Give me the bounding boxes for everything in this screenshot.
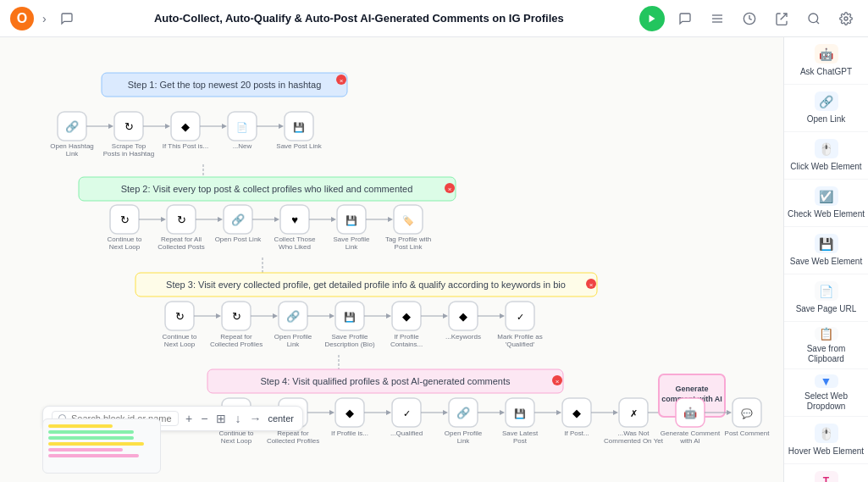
svg-marker-69 (388, 217, 393, 222)
svg-text:Save Latest: Save Latest (502, 429, 539, 437)
minus-button[interactable]: − (199, 410, 209, 427)
preview-line-3 (48, 436, 134, 440)
sidebar-label-check-web: Check Web Element (788, 209, 865, 219)
svg-text:Open Post Link: Open Post Link (215, 235, 263, 243)
svg-text:◆: ◆ (459, 310, 467, 323)
svg-marker-25 (222, 124, 227, 129)
svg-text:Collected Profiles: Collected Profiles (267, 437, 319, 445)
table-icon-button[interactable]: ⊞ (214, 410, 228, 427)
svg-marker-20 (165, 124, 170, 129)
svg-marker-144 (443, 410, 448, 415)
search-button[interactable] (802, 7, 826, 30)
svg-text:🏷️: 🏷️ (402, 214, 414, 226)
svg-text:Generate: Generate (675, 385, 708, 393)
sidebar-label-save-page-url: Save Page URL (796, 304, 857, 314)
svg-text:...New: ...New (233, 142, 252, 150)
svg-text:Step 3: Visit every collected : Step 3: Visit every collected profile, g… (166, 280, 566, 290)
chat-icon-button[interactable] (55, 7, 79, 30)
svg-text:Post Comment: Post Comment (725, 429, 771, 437)
list-button[interactable] (705, 7, 729, 30)
svg-text:Step 2: Visit every top post &: Step 2: Visit every top post & collect p… (121, 184, 413, 194)
svg-text:🔗: 🔗 (231, 213, 246, 227)
svg-text:Next Loop: Next Loop (221, 437, 252, 445)
move-down-button[interactable]: ↓ (233, 410, 242, 427)
sidebar-label-save-clipboard: Save from Clipboard (788, 344, 865, 364)
sidebar-item-ask-chatgpt[interactable]: 🤖 Ask ChatGPT (784, 37, 868, 85)
svg-text:💬: 💬 (741, 407, 753, 419)
svg-text:Collected Profiles: Collected Profiles (210, 341, 263, 348)
svg-text:Description (Bio): Description (Bio) (324, 341, 374, 348)
svg-text:Contains...: Contains... (390, 341, 423, 348)
sidebar-item-save-web[interactable]: 💾 Save Web Element (784, 227, 868, 274)
comments-button[interactable] (673, 7, 697, 30)
svg-text:Scrape Top: Scrape Top (112, 142, 147, 150)
collapse-button[interactable]: › (39, 10, 50, 27)
svg-text:Save Profile: Save Profile (333, 235, 370, 243)
svg-marker-14 (108, 124, 113, 129)
svg-text:💾: 💾 (293, 121, 305, 133)
main-content: Step 1: Get the top newest 20 posts in h… (0, 37, 868, 482)
sidebar-item-click-web[interactable]: 🖱️ Click Web Element (784, 132, 868, 180)
sidebar-item-save-clipboard[interactable]: 📋 Save from Clipboard (784, 322, 868, 369)
settings-button[interactable] (834, 7, 858, 30)
preview-content (43, 419, 160, 465)
sidebar-item-hover-web[interactable]: 🖱️ Hover Web Element (784, 417, 868, 464)
save-web-icon: 💾 (815, 234, 838, 253)
svg-text:💾: 💾 (346, 214, 357, 226)
hover-web-icon: 🖱️ (815, 424, 838, 443)
chatgpt-icon: 🤖 (815, 44, 838, 64)
svg-marker-150 (500, 410, 505, 415)
svg-text:↻: ↻ (177, 213, 186, 226)
add-button[interactable]: + (184, 410, 194, 427)
save-clipboard-icon: 📋 (815, 327, 838, 341)
sidebar-item-save-page-url[interactable]: 📄 Save Page URL (784, 274, 868, 322)
svg-text:Mark Profile as: Mark Profile as (497, 333, 542, 341)
svg-text:Who Liked: Who Liked (279, 243, 311, 251)
history-button[interactable] (738, 7, 761, 30)
svg-text:↻: ↻ (124, 120, 134, 133)
svg-text:Commented On Yet: Commented On Yet (604, 437, 664, 445)
svg-text:...Was Not: ...Was Not (617, 429, 650, 437)
sidebar-label-open-link: Open Link (807, 114, 846, 125)
topbar-actions (639, 6, 858, 31)
svg-text:Repeat for All: Repeat for All (161, 235, 202, 243)
svg-marker-161 (613, 410, 618, 415)
svg-text:✓: ✓ (517, 312, 524, 322)
sidebar-item-check-web[interactable]: ☑️ Check Web Element (784, 180, 868, 227)
svg-text:If Post...: If Post... (564, 429, 589, 437)
svg-text:Open Profile: Open Profile (274, 333, 312, 341)
sidebar-label-hover-web: Hover Web Element (788, 446, 864, 457)
svg-text:If Profile: If Profile (394, 333, 419, 341)
share-button[interactable] (770, 7, 793, 30)
svg-marker-90 (273, 313, 278, 319)
svg-marker-139 (386, 410, 391, 415)
svg-text:×: × (589, 281, 594, 289)
svg-text:Post Link: Post Link (395, 243, 423, 251)
svg-text:Open Profile: Open Profile (445, 429, 483, 437)
svg-text:💾: 💾 (344, 311, 356, 323)
svg-text:If Profile is...: If Profile is... (331, 429, 368, 437)
svg-text:Save Post Link: Save Post Link (276, 142, 322, 150)
sidebar-item-select-web[interactable]: ▼ Select Web Dropdown (784, 369, 868, 417)
workflow-canvas[interactable]: Step 1: Get the top newest 20 posts in h… (0, 37, 783, 482)
svg-marker-30 (279, 124, 284, 129)
preview-line-6 (48, 454, 139, 457)
svg-marker-0 (650, 14, 655, 22)
run-button[interactable] (639, 6, 665, 31)
svg-text:◆: ◆ (346, 407, 354, 419)
preview-line-5 (48, 448, 123, 452)
svg-text:Tag Profile with: Tag Profile with (385, 235, 431, 243)
svg-text:If This Post is...: If This Post is... (163, 142, 209, 150)
svg-text:Collected Posts: Collected Posts (158, 243, 205, 251)
svg-text:×: × (448, 186, 452, 193)
preview-line-2 (48, 430, 134, 434)
sidebar-label-ask-chatgpt: Ask ChatGPT (800, 67, 852, 77)
svg-text:🔗: 🔗 (65, 119, 80, 134)
svg-text:◆: ◆ (572, 407, 581, 419)
svg-text:...Keywords: ...Keywords (445, 333, 481, 341)
svg-marker-108 (443, 313, 448, 319)
sidebar-item-insert-text[interactable]: T Insert Text or Data (784, 464, 868, 482)
svg-text:↻: ↻ (232, 310, 241, 323)
sidebar-item-open-link[interactable]: 🔗 Open Link (784, 85, 868, 132)
move-right-button[interactable]: → (247, 410, 263, 427)
